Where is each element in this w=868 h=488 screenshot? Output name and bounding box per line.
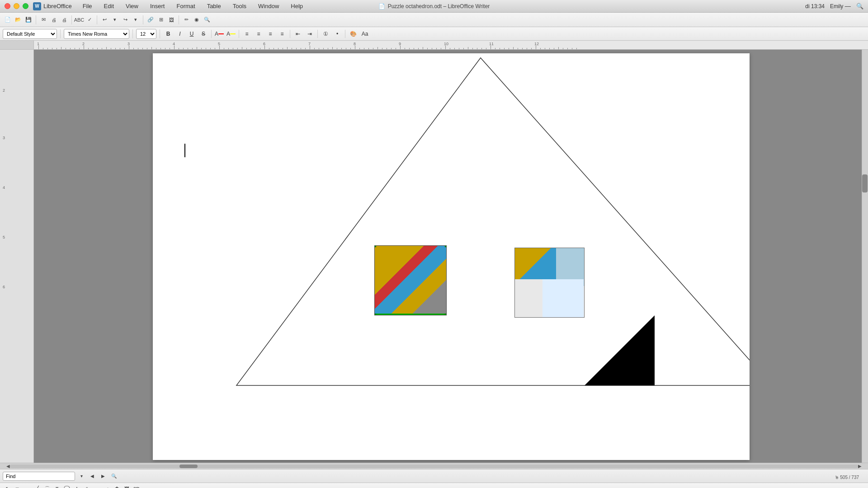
- hyperlink-button[interactable]: 🔗: [146, 15, 156, 25]
- image-puzzle-right[interactable]: [514, 248, 585, 318]
- insert-image-button[interactable]: 🖼: [166, 15, 176, 25]
- draw-callout-button[interactable]: 💬: [62, 484, 71, 488]
- draw-line-button[interactable]: ╱: [33, 484, 42, 488]
- numbering-button[interactable]: ①: [321, 29, 330, 39]
- paragraph-style-select[interactable]: Default Style: [3, 29, 57, 39]
- draw-arrow-button[interactable]: →: [92, 484, 101, 488]
- horizontal-scrollbar[interactable]: ◀ ▶ 🖱 505 / 737: [0, 463, 868, 469]
- resize-handle-br[interactable]: [445, 314, 447, 315]
- undo-dropdown[interactable]: ▾: [110, 15, 120, 25]
- font-size-select[interactable]: 12: [136, 29, 156, 39]
- table-button[interactable]: ⊞: [156, 15, 166, 25]
- draw-block-arrow-button[interactable]: ⇒: [102, 484, 111, 488]
- ruler-number-12: 12: [534, 42, 539, 46]
- draw-rectangle-button[interactable]: □: [13, 484, 22, 488]
- highlight-color-button[interactable]: A: [226, 29, 236, 39]
- menu-format[interactable]: Format: [175, 2, 197, 10]
- tb2-sep7: [317, 30, 318, 38]
- drawing-canvas: [153, 53, 750, 460]
- menu-table[interactable]: Table: [205, 2, 223, 10]
- menu-insert[interactable]: Insert: [148, 2, 167, 10]
- hscroll-thumb[interactable]: [179, 465, 198, 468]
- show-draw-button[interactable]: ✏: [181, 15, 191, 25]
- resize-handle-tl[interactable]: [374, 245, 376, 247]
- draw-symbol-button[interactable]: ✿: [112, 484, 121, 488]
- italic-button[interactable]: I: [175, 29, 185, 39]
- document-page[interactable]: [153, 53, 750, 460]
- resize-handle-tr[interactable]: [445, 245, 447, 247]
- maximize-button[interactable]: [23, 3, 28, 9]
- app-name: LibreOffice: [43, 3, 72, 9]
- align-center-button[interactable]: ≡: [254, 29, 264, 39]
- menu-view[interactable]: View: [124, 2, 140, 10]
- find-toolbar: ▾ ◀ ▶ 🔍: [0, 469, 868, 483]
- redo-dropdown[interactable]: ▾: [131, 15, 141, 25]
- email-button[interactable]: ✉: [38, 15, 48, 25]
- increase-indent-button[interactable]: ⇥: [305, 29, 315, 39]
- libreoffice-icon: W: [33, 2, 41, 10]
- draw-insert-image-button[interactable]: 🖼: [122, 484, 131, 488]
- menu-help[interactable]: Help: [289, 2, 305, 10]
- scroll-left-button[interactable]: ◀: [6, 464, 10, 469]
- spell-buttons: ABC ✓: [74, 15, 94, 25]
- open-button[interactable]: 📂: [13, 15, 23, 25]
- horizontal-ruler: 123456789101112: [34, 41, 868, 49]
- draw-text-button[interactable]: T: [52, 484, 61, 488]
- vertical-scrollbar[interactable]: [862, 50, 868, 463]
- ruler-number-8: 8: [354, 42, 356, 46]
- spellcheck-button[interactable]: ABC: [74, 15, 84, 25]
- draw-ellipse-button[interactable]: ○: [23, 484, 32, 488]
- undo-button[interactable]: ↩: [99, 15, 109, 25]
- menu-edit[interactable]: Edit: [102, 2, 116, 10]
- font-name-select[interactable]: Times New Roma: [64, 29, 129, 39]
- draw-connector-button[interactable]: ⌒: [42, 484, 52, 488]
- font-color-button[interactable]: A: [214, 29, 224, 39]
- draw-flowchart-button[interactable]: ◇: [82, 484, 91, 488]
- hscroll-track[interactable]: [10, 465, 858, 468]
- draw-star-button[interactable]: ★: [72, 484, 81, 488]
- justify-button[interactable]: ≡: [277, 29, 287, 39]
- draw-extrusion-button[interactable]: 3D: [132, 484, 141, 488]
- file-buttons: 📄 📂 💾: [3, 15, 33, 25]
- bold-button[interactable]: B: [163, 29, 173, 39]
- find-button[interactable]: 🔍: [202, 15, 212, 25]
- find-search-button[interactable]: 🔍: [109, 472, 118, 481]
- decrease-indent-button[interactable]: ⇤: [293, 29, 303, 39]
- vscroll-thumb[interactable]: [862, 174, 868, 192]
- resize-handle-bl[interactable]: [374, 314, 376, 315]
- close-button[interactable]: [5, 3, 10, 9]
- main-area: 2 3 4 5 6: [0, 50, 868, 463]
- navigator-button[interactable]: ◉: [192, 15, 202, 25]
- menu-tools[interactable]: Tools: [231, 2, 248, 10]
- formatting-toolbar: Default Style Times New Roma 12 B I U S …: [0, 27, 868, 41]
- scroll-right-button[interactable]: ▶: [858, 464, 862, 469]
- draw-select-button[interactable]: ↖: [3, 484, 12, 488]
- minimize-button[interactable]: [14, 3, 19, 9]
- autocorrect-button[interactable]: ✓: [85, 15, 94, 25]
- underline-button[interactable]: U: [187, 29, 197, 39]
- find-dropdown-button[interactable]: ▾: [77, 472, 86, 481]
- align-right-button[interactable]: ≡: [265, 29, 275, 39]
- menu-window[interactable]: Window: [256, 2, 281, 10]
- new-button[interactable]: 📄: [3, 15, 13, 25]
- find-next-button[interactable]: ▶: [99, 472, 108, 481]
- menu-file[interactable]: File: [81, 2, 94, 10]
- sidebar-num-6: 6: [3, 285, 5, 289]
- black-triangle-shape: [585, 315, 655, 385]
- strikethrough-button[interactable]: S: [198, 29, 208, 39]
- redo-button[interactable]: ↪: [120, 15, 130, 25]
- page-container[interactable]: [34, 50, 868, 463]
- align-left-button[interactable]: ≡: [242, 29, 252, 39]
- find-prev-button[interactable]: ◀: [88, 472, 97, 481]
- bullets-button[interactable]: •: [332, 29, 342, 39]
- print-preview-button[interactable]: 🖨: [49, 15, 59, 25]
- print-button[interactable]: 🖨: [59, 15, 69, 25]
- sidebar-num-5: 5: [3, 235, 5, 239]
- character-style-button[interactable]: Aa: [360, 29, 370, 39]
- background-color-button[interactable]: 🎨: [348, 29, 358, 39]
- find-input[interactable]: [3, 472, 75, 481]
- image-puzzle-left[interactable]: [374, 245, 447, 315]
- save-button[interactable]: 💾: [24, 15, 33, 25]
- search-icon[interactable]: 🔍: [856, 3, 863, 9]
- ruler-number-5: 5: [218, 42, 220, 46]
